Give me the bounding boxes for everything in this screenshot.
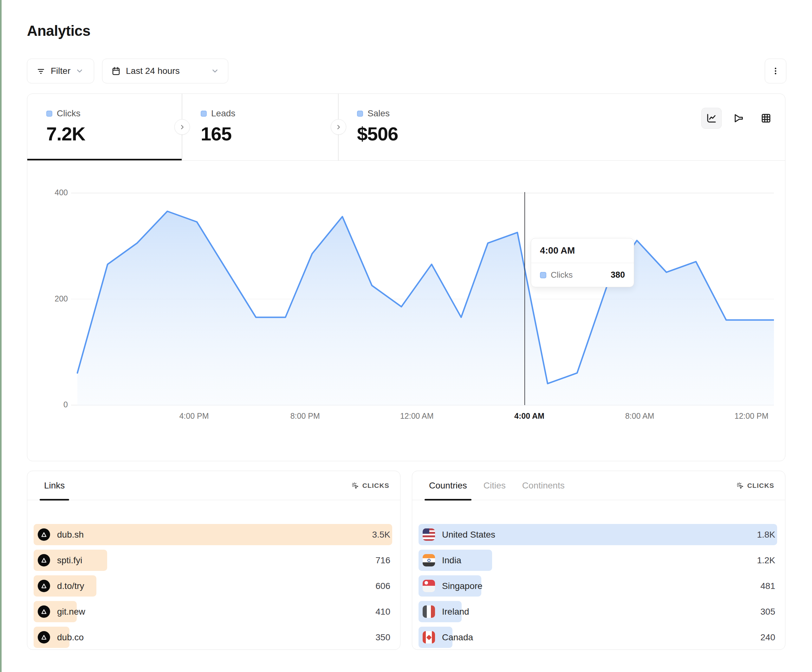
dub-logo-icon [38, 580, 50, 592]
window-edge-strip [0, 0, 2, 672]
chevron-right-icon [335, 124, 342, 131]
country-row[interactable]: India1.2K [418, 550, 777, 571]
dub-logo-icon [38, 631, 50, 643]
filter-button[interactable]: Filter [27, 59, 94, 84]
row-value: 1.2K [757, 555, 777, 566]
sg-flag-icon [423, 580, 435, 592]
links-panel: Links CLICKS dub.sh3.5Kspti.fyi716d.to/t… [27, 471, 401, 650]
kebab-menu-icon [771, 66, 780, 76]
analytics-card: Clicks 7.2K Leads 165 Sales $506 [27, 94, 785, 461]
row-label: spti.fyi [57, 555, 82, 566]
stat-leads-label: Leads [211, 108, 235, 119]
row-label: United States [442, 530, 495, 540]
calendar-icon [111, 66, 121, 76]
date-range-label: Last 24 hours [126, 66, 180, 76]
tab-countries[interactable]: Countries [429, 471, 467, 500]
dub-logo-icon [38, 529, 50, 541]
links-rows: dub.sh3.5Kspti.fyi716d.to/try606git.new4… [27, 500, 400, 650]
row-value: 716 [375, 555, 392, 566]
links-metric-selector[interactable]: CLICKS [351, 481, 389, 490]
link-row[interactable]: dub.sh3.5K [34, 524, 392, 545]
funnel-view-button[interactable] [728, 108, 749, 129]
link-row[interactable]: spti.fyi716 [34, 550, 392, 571]
country-row[interactable]: Canada240 [418, 627, 777, 648]
tab-cities[interactable]: Cities [483, 471, 506, 500]
cursor-click-icon [351, 481, 359, 490]
geo-metric-label: CLICKS [747, 482, 774, 490]
y-axis-tick: 0 [39, 400, 68, 409]
country-row[interactable]: Singapore481 [418, 575, 777, 597]
leads-legend-swatch [201, 111, 207, 117]
chevron-down-icon [211, 67, 219, 75]
tab-continents[interactable]: Continents [522, 471, 565, 500]
stat-leads-value: 165 [201, 123, 338, 145]
analytics-page: Analytics Filter Last 24 hours [0, 0, 812, 672]
stats-row: Clicks 7.2K Leads 165 Sales $506 [27, 94, 785, 161]
page-title: Analytics [27, 22, 90, 39]
row-value: 410 [375, 607, 392, 617]
active-stat-underline [27, 159, 182, 160]
chart-crosshair [524, 192, 525, 405]
x-axis-tick: 12:00 PM [735, 411, 769, 421]
stat-clicks-label: Clicks [57, 108, 80, 119]
row-label: d.to/try [57, 581, 84, 591]
country-row[interactable]: Ireland305 [418, 601, 777, 622]
row-value: 1.8K [757, 530, 777, 540]
x-axis-tick: 8:00 PM [290, 411, 320, 421]
filter-button-label: Filter [51, 66, 70, 76]
row-value: 3.5K [372, 530, 392, 540]
chevron-right-icon [179, 124, 186, 131]
chart-mode-switcher [701, 108, 776, 129]
sales-legend-swatch [357, 111, 363, 117]
ie-flag-icon [423, 605, 435, 618]
row-value: 606 [375, 581, 392, 591]
link-row[interactable]: dub.co350 [34, 627, 392, 648]
country-row[interactable]: United States1.8K [418, 524, 777, 545]
link-row[interactable]: git.new410 [34, 601, 392, 622]
links-metric-label: CLICKS [362, 482, 389, 490]
row-label: Singapore [442, 581, 483, 591]
geo-panel: Countries Cities Continents CLICKS Unite… [412, 471, 785, 650]
chart-tooltip: 4:00 AM Clicks 380 [531, 238, 634, 287]
chevron-down-icon [75, 67, 84, 75]
links-panel-header: Links CLICKS [27, 471, 400, 500]
row-value: 350 [375, 633, 392, 643]
stat-leads[interactable]: Leads 165 [182, 94, 338, 160]
tooltip-legend-swatch [540, 272, 546, 278]
funnel-icon [733, 113, 744, 124]
row-label: dub.co [57, 633, 84, 643]
grid-icon [760, 113, 772, 124]
in-flag-icon [423, 554, 435, 566]
y-axis-tick: 200 [39, 294, 68, 304]
tab-links[interactable]: Links [44, 471, 65, 500]
clicks-legend-swatch [46, 111, 52, 117]
expand-leads-button[interactable] [174, 119, 190, 135]
line-chart-view-button[interactable] [701, 108, 722, 129]
tooltip-value: 380 [611, 270, 625, 280]
stat-sales-label: Sales [367, 108, 390, 119]
more-options-button[interactable] [765, 59, 786, 84]
us-flag-icon [423, 529, 435, 541]
stat-sales[interactable]: Sales $506 [338, 94, 528, 160]
x-axis-tick: 4:00 PM [179, 411, 209, 421]
expand-sales-button[interactable] [331, 119, 346, 135]
ca-flag-icon [423, 631, 435, 643]
geo-rows: United States1.8KIndia1.2KSingapore481Ir… [412, 500, 785, 650]
row-label: Canada [442, 633, 473, 643]
table-view-button[interactable] [756, 108, 776, 129]
link-row[interactable]: d.to/try606 [34, 575, 392, 597]
clicks-area-chart[interactable] [71, 193, 774, 406]
stat-clicks[interactable]: Clicks 7.2K [27, 94, 182, 160]
tooltip-time: 4:00 AM [531, 238, 634, 263]
row-value: 240 [760, 633, 777, 643]
date-range-button[interactable]: Last 24 hours [102, 59, 228, 84]
row-label: dub.sh [57, 530, 84, 540]
row-label: India [442, 555, 461, 566]
stat-sales-value: $506 [357, 123, 528, 145]
tooltip-series-label: Clicks [551, 270, 606, 280]
geo-panel-header: Countries Cities Continents CLICKS [412, 471, 785, 500]
geo-metric-selector[interactable]: CLICKS [735, 481, 774, 490]
y-axis-tick: 400 [39, 188, 68, 197]
dub-logo-icon [38, 605, 50, 618]
x-axis-tick: 4:00 AM [514, 411, 544, 421]
